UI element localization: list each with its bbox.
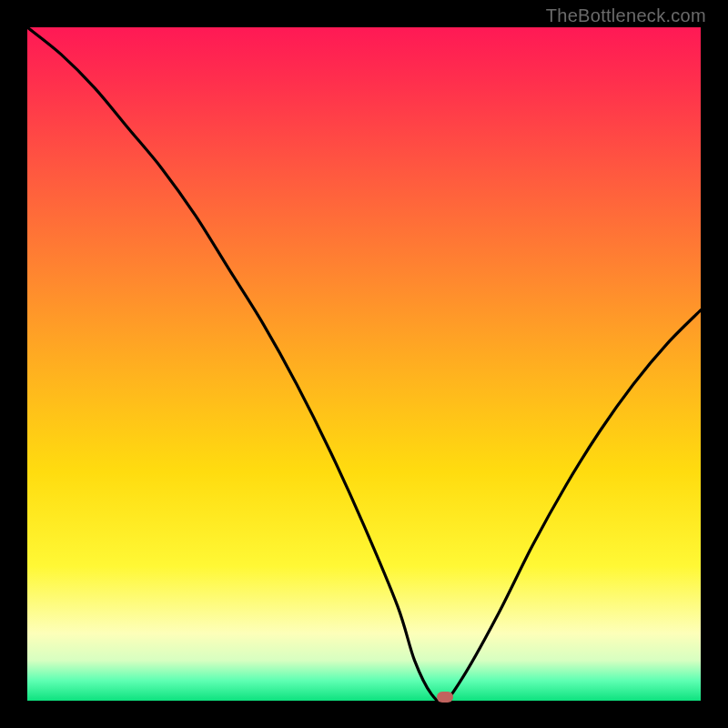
- plot-area: [27, 27, 701, 701]
- chart-frame: TheBottleneck.com: [0, 0, 728, 728]
- curve-svg: [27, 27, 701, 701]
- optimal-marker: [437, 692, 453, 703]
- watermark-text: TheBottleneck.com: [546, 5, 706, 26]
- bottleneck-curve-path: [27, 27, 701, 701]
